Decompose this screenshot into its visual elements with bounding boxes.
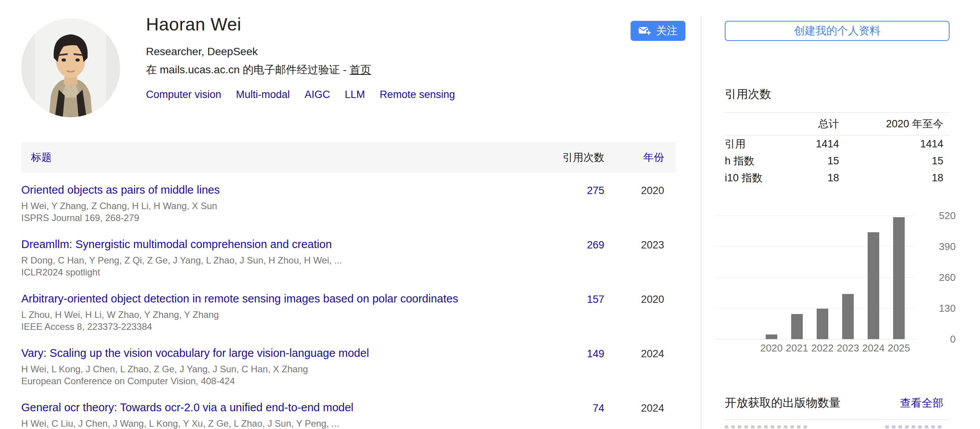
gridline [714, 339, 915, 339]
publication-info: General ocr theory: Towards ocr-2.0 via … [21, 401, 546, 429]
bar-slot [835, 294, 861, 339]
publication-cited-by-link[interactable]: 149 [546, 347, 604, 387]
stat-h-index-since[interactable]: 15 [839, 155, 943, 167]
open-access-title: 开放获取的出版物数量 [725, 395, 841, 411]
sort-by-title-header[interactable]: 标题 [21, 150, 546, 164]
publication-cited-by-link[interactable]: 275 [546, 184, 604, 224]
stat-i10-index-all[interactable]: 18 [781, 172, 839, 184]
publication-year: 2020 [604, 184, 676, 224]
publication-title-link[interactable]: Dreamllm: Synergistic multimodal compreh… [21, 238, 531, 251]
publication-cited-by-link[interactable]: 157 [546, 292, 604, 333]
table-row: Dreamllm: Synergistic multimodal compreh… [21, 238, 676, 278]
table-row: Oriented objects as pairs of middle line… [21, 184, 676, 224]
table-row: 引用 1414 1414 [725, 135, 949, 152]
sidebar: 创建我的个人资料 引用次数 总计 2020 年至今 引用 1414 1414 h… [725, 0, 949, 428]
x-tick-label: 2022 [810, 342, 835, 354]
stat-label-h-index: h 指数 [725, 155, 781, 167]
follow-button[interactable]: 关注 [631, 21, 685, 41]
citation-bar-2024[interactable] [868, 232, 879, 339]
stat-citations-all[interactable]: 1414 [781, 138, 839, 150]
publication-year: 2023 [604, 238, 676, 278]
open-access-section-header: 开放获取的出版物数量 查看全部 [725, 395, 949, 411]
publication-authors: H Wei, C Liu, J Chen, J Wang, L Kong, Y … [21, 417, 531, 429]
stat-label-i10-index: i10 指数 [725, 172, 781, 184]
publications-rows: Oriented objects as pairs of middle line… [21, 184, 676, 429]
verified-email: 在 mails.ucas.ac.cn 的电子邮件经过验证 - 首页 [146, 62, 455, 77]
bar-slot [784, 314, 810, 339]
clipped-link-right [885, 426, 943, 428]
table-row: General ocr theory: Towards ocr-2.0 via … [21, 401, 676, 429]
publication-authors: H Wei, L Kong, J Chen, L Zhao, Z Ge, J Y… [21, 363, 531, 375]
citation-bar-2022[interactable] [817, 309, 828, 339]
citations-chart-yaxis: 0130260390520 [925, 216, 949, 339]
bar-slot [810, 309, 835, 339]
view-all-link[interactable]: 查看全部 [900, 396, 943, 410]
gridline [714, 216, 915, 216]
stat-i10-index-since[interactable]: 18 [839, 172, 943, 184]
interest-tag-remote-sensing[interactable]: Remote sensing [380, 89, 455, 101]
publication-year: 2024 [604, 401, 676, 429]
main-column: Haoran Wei Researcher, DeepSeek 在 mails.… [21, 0, 676, 127]
table-row: h 指数 15 15 [725, 152, 949, 169]
citation-bar-2023[interactable] [842, 294, 854, 339]
interest-tag-computer-vision[interactable]: Computer vision [146, 89, 221, 101]
x-tick-label: 2024 [861, 342, 886, 354]
stats-header-spacer [725, 118, 781, 130]
stats-header-since: 2020 年至今 [839, 118, 943, 130]
publication-venue: ICLR2024 spotlight [21, 266, 531, 278]
profile-name: Haoran Wei [146, 14, 455, 35]
table-row: Vary: Scaling up the vision vocabulary f… [21, 347, 676, 387]
citation-stats-table: 总计 2020 年至今 引用 1414 1414 h 指数 15 15 i10 … [725, 112, 949, 186]
publication-title-link[interactable]: General ocr theory: Towards ocr-2.0 via … [21, 401, 531, 414]
publication-info: Dreamllm: Synergistic multimodal compreh… [21, 238, 546, 278]
publication-venue: European Conference on Computer Vision, … [21, 375, 531, 387]
publications-table-header: 标题 引用次数 年份 [21, 142, 676, 173]
bars-group [759, 217, 912, 339]
citations-per-year-chart: 0130260390520 202020212022202320242025 [725, 216, 949, 354]
stats-header-all: 总计 [781, 118, 839, 130]
bar-slot [886, 217, 912, 339]
homepage-link[interactable]: 首页 [349, 64, 371, 76]
table-row: Arbitrary-oriented object detection in r… [21, 292, 676, 333]
interest-tags: Computer vision Multi-modal AIGC LLM Rem… [146, 89, 455, 101]
x-tick-label: 2021 [784, 342, 810, 354]
citation-bar-2025[interactable] [893, 217, 905, 339]
profile-info: Haoran Wei Researcher, DeepSeek 在 mails.… [146, 14, 455, 101]
publication-title-link[interactable]: Vary: Scaling up the vision vocabulary f… [21, 347, 531, 360]
publication-cited-by-link[interactable]: 269 [546, 238, 604, 278]
clipped-content-row [725, 426, 949, 428]
publication-year: 2024 [604, 347, 676, 387]
column-divider [701, 15, 702, 429]
stat-h-index-all[interactable]: 15 [781, 155, 839, 167]
citation-stats-header: 总计 2020 年至今 [725, 112, 949, 135]
sort-by-year-header[interactable]: 年份 [604, 150, 676, 164]
publication-info: Oriented objects as pairs of middle line… [21, 184, 546, 224]
y-tick-label: 390 [939, 241, 956, 253]
sort-by-citations-header[interactable]: 引用次数 [546, 150, 604, 164]
publication-cited-by-link[interactable]: 74 [546, 401, 604, 429]
interest-tag-aigc[interactable]: AIGC [305, 89, 330, 101]
bar-slot [861, 232, 886, 339]
publication-title-link[interactable]: Oriented objects as pairs of middle line… [21, 184, 531, 196]
follow-button-label: 关注 [656, 24, 678, 38]
bar-slot [759, 334, 784, 339]
publication-authors: R Dong, C Han, Y Peng, Z Qi, Z Ge, J Yan… [21, 254, 531, 266]
create-profile-button[interactable]: 创建我的个人资料 [725, 21, 949, 41]
citation-bar-2021[interactable] [791, 314, 803, 339]
citations-chart-plot [714, 216, 915, 339]
interest-tag-multi-modal[interactable]: Multi-modal [236, 89, 290, 101]
citation-bar-2020[interactable] [766, 334, 777, 339]
stat-citations-since[interactable]: 1414 [839, 138, 943, 150]
y-tick-label: 130 [939, 302, 956, 314]
profile-affiliation: Researcher, DeepSeek [146, 46, 455, 58]
publication-authors: H Wei, Y Zhang, Z Chang, H Li, H Wang, X… [21, 200, 531, 212]
cited-by-title: 引用次数 [725, 86, 949, 102]
publication-title-link[interactable]: Arbitrary-oriented object detection in r… [21, 292, 531, 305]
interest-tag-llm[interactable]: LLM [345, 89, 365, 101]
verified-email-text: 在 mails.ucas.ac.cn 的电子邮件经过验证 - [146, 64, 349, 76]
open-access-divider [725, 419, 949, 420]
publication-year: 2020 [604, 292, 676, 333]
profile-header: Haoran Wei Researcher, DeepSeek 在 mails.… [21, 0, 676, 127]
citations-chart-xaxis: 202020212022202320242025 [714, 342, 915, 354]
x-tick-label: 2025 [886, 342, 912, 354]
